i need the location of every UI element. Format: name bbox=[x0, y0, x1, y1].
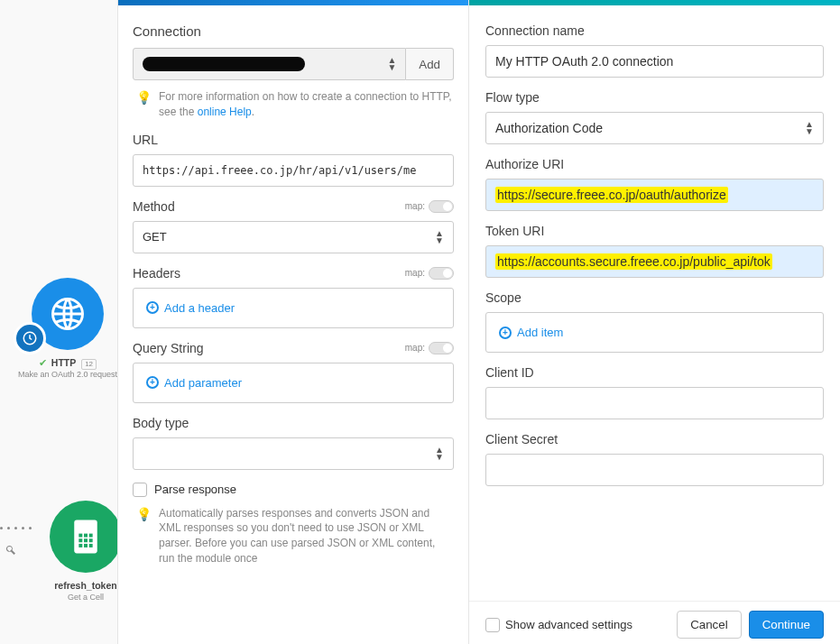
querystring-label: Query String bbox=[133, 341, 204, 355]
scope-label: Scope bbox=[485, 290, 824, 305]
select-chevrons-icon: ▲▼ bbox=[435, 446, 444, 461]
advanced-settings-checkbox[interactable] bbox=[485, 618, 500, 632]
connection-heading: Connection bbox=[133, 23, 454, 39]
querystring-container: + Add parameter bbox=[133, 363, 454, 403]
module-http[interactable]: ✔ HTTP 12 Make an OAuth 2.0 request bbox=[9, 278, 126, 381]
authorize-uri-input[interactable]: https://secure.freee.co.jp/oauth/authori… bbox=[485, 179, 824, 211]
connection-create-panel: Connection name Flow type Authorization … bbox=[469, 0, 840, 644]
method-label: Method bbox=[133, 199, 175, 214]
sheets-module-icon bbox=[50, 501, 122, 573]
plus-circle-icon: + bbox=[146, 376, 159, 389]
connection-value-redacted bbox=[143, 57, 305, 71]
client-secret-label: Client Secret bbox=[485, 432, 824, 446]
clock-icon bbox=[14, 322, 46, 354]
connection-select[interactable]: ▲▼ bbox=[133, 48, 406, 80]
map-label: map: bbox=[405, 201, 425, 211]
add-scope-button[interactable]: + Add item bbox=[499, 326, 563, 339]
parse-response-label: Parse response bbox=[154, 483, 236, 496]
select-chevrons-icon: ▲▼ bbox=[805, 121, 814, 135]
highlighted-uri: https://secure.freee.co.jp/oauth/authori… bbox=[495, 187, 728, 203]
body-type-select[interactable]: ▲▼ bbox=[133, 437, 454, 470]
parse-response-hint: 💡 Automatically parses responses and con… bbox=[133, 506, 454, 566]
select-chevrons-icon: ▲▼ bbox=[435, 230, 444, 244]
svg-rect-3 bbox=[78, 533, 94, 548]
plus-circle-icon: + bbox=[499, 327, 512, 339]
parse-response-checkbox[interactable] bbox=[133, 483, 147, 497]
headers-map-toggle[interactable] bbox=[429, 267, 454, 280]
wrench-icon bbox=[5, 545, 16, 556]
body-type-label: Body type bbox=[133, 416, 454, 430]
select-chevrons-icon: ▲▼ bbox=[387, 57, 396, 71]
url-label: URL bbox=[133, 133, 454, 147]
add-header-button[interactable]: + Add a header bbox=[146, 301, 235, 315]
scenario-canvas: ✔ HTTP 12 Make an OAuth 2.0 request refr… bbox=[0, 0, 117, 644]
client-id-label: Client ID bbox=[485, 365, 824, 380]
module-http-caption: ✔ HTTP 12 Make an OAuth 2.0 request bbox=[18, 357, 117, 381]
url-input[interactable]: https://api.freee.co.jp/hr/api/v1/users/… bbox=[133, 154, 454, 187]
headers-container: + Add a header bbox=[133, 288, 454, 328]
scope-container: + Add item bbox=[485, 312, 824, 353]
module-sheets-caption: refresh_token Get a Cell bbox=[54, 580, 116, 603]
authorize-uri-label: Authorize URI bbox=[485, 157, 824, 171]
continue-button[interactable]: Continue bbox=[749, 611, 824, 639]
token-uri-input[interactable]: https://accounts.secure.freee.co.jp/publ… bbox=[485, 245, 824, 278]
check-icon: ✔ bbox=[39, 357, 47, 368]
flow-type-label: Flow type bbox=[485, 90, 824, 105]
advanced-settings-label: Show advanced settings bbox=[505, 618, 632, 631]
http-module-panel: Connection ▲▼ Add 💡 For more information… bbox=[117, 0, 469, 644]
token-uri-label: Token URI bbox=[485, 224, 824, 238]
connection-hint: 💡 For more information on how to create … bbox=[133, 89, 454, 120]
client-id-input[interactable] bbox=[485, 387, 824, 419]
http-module-icon bbox=[32, 278, 104, 350]
add-parameter-button[interactable]: + Add parameter bbox=[146, 376, 242, 390]
lightbulb-icon: 💡 bbox=[136, 506, 152, 566]
method-select[interactable]: GET ▲▼ bbox=[133, 221, 454, 253]
method-map-toggle[interactable] bbox=[429, 200, 454, 213]
cancel-button[interactable]: Cancel bbox=[677, 611, 742, 639]
client-secret-input[interactable] bbox=[485, 454, 824, 486]
connection-name-label: Connection name bbox=[485, 23, 824, 38]
map-label: map: bbox=[405, 343, 425, 353]
lightbulb-icon: 💡 bbox=[136, 89, 152, 120]
plus-circle-icon: + bbox=[146, 301, 159, 314]
highlighted-uri: https://accounts.secure.freee.co.jp/publ… bbox=[495, 253, 772, 270]
add-connection-button[interactable]: Add bbox=[406, 48, 454, 80]
online-help-link[interactable]: online Help bbox=[198, 106, 252, 118]
connection-name-input[interactable] bbox=[485, 45, 824, 78]
headers-label: Headers bbox=[133, 266, 180, 281]
qs-map-toggle[interactable] bbox=[429, 342, 454, 354]
flow-type-select[interactable]: Authorization Code ▲▼ bbox=[485, 112, 824, 144]
map-label: map: bbox=[405, 268, 425, 278]
